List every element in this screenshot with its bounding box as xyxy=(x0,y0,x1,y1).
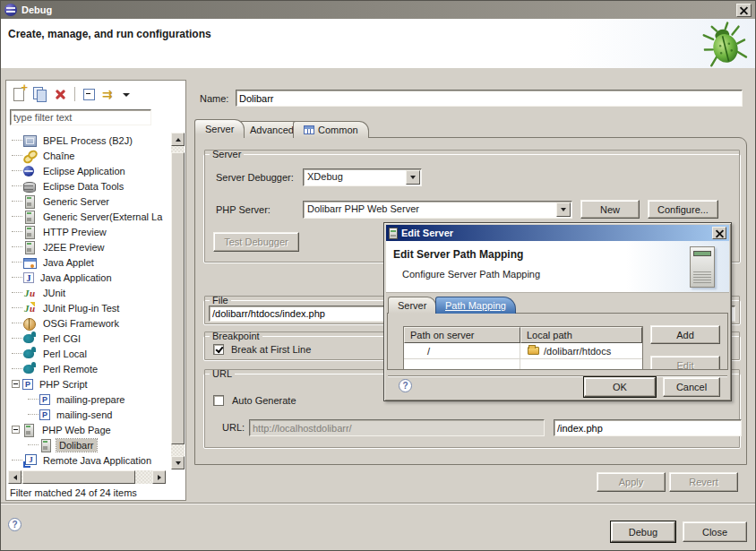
tree-item-label: Perl CGI xyxy=(40,332,83,345)
tree-line xyxy=(12,307,22,308)
help-button[interactable]: ? xyxy=(8,518,21,531)
apply-button: Apply xyxy=(597,472,666,492)
window-titlebar: Debug xyxy=(1,1,755,19)
scroll-right-button[interactable] xyxy=(152,470,166,484)
close-icon xyxy=(740,6,748,14)
tree-item-label: Java Application xyxy=(38,271,115,284)
scroll-down-button[interactable] xyxy=(171,456,185,469)
toolbar-separator xyxy=(74,87,75,101)
filter-launch-icon[interactable] xyxy=(100,85,119,103)
local-path-text: /dolibarr/htdocs xyxy=(544,346,611,357)
column-header-path-on-server[interactable]: Path on server xyxy=(404,327,520,343)
name-input[interactable] xyxy=(236,90,743,107)
tree-item-label: Chaîne xyxy=(40,150,77,162)
tree-item-perl-local[interactable]: Perl Local xyxy=(8,346,171,361)
tree-item-bpel-process-b2j[interactable]: BPEL Process (B2J) xyxy=(8,133,171,148)
scroll-left-button[interactable] xyxy=(8,470,21,484)
tree-item-cha-ne[interactable]: Chaîne xyxy=(8,148,171,163)
dialog-tab-server[interactable]: Server xyxy=(388,297,436,314)
menu-caret-icon[interactable] xyxy=(121,85,131,103)
dialog-tab-path-mapping-label: Path Mapping xyxy=(445,300,506,311)
tree-item-java-applet[interactable]: Java Applet xyxy=(8,254,171,270)
tree-line xyxy=(12,155,22,156)
new-config-icon[interactable] xyxy=(10,85,29,103)
tab-server-label: Server xyxy=(205,124,234,134)
close-button[interactable]: Close xyxy=(683,521,747,542)
window-close-button[interactable] xyxy=(736,4,752,17)
tree-item-osgi-framework[interactable]: OSGi Framework xyxy=(8,315,171,331)
cell-path-on-server: / xyxy=(404,343,520,358)
tree-item-php-script[interactable]: PHP Script xyxy=(8,376,171,392)
tree-item-label: Remote Java Application xyxy=(40,454,154,467)
tree-item-php-web-page[interactable]: PHP Web Page xyxy=(8,422,171,437)
config-tree: BPEL Process (B2J)ChaîneEclipse Applicat… xyxy=(8,133,171,469)
dialog-help-button[interactable]: ? xyxy=(399,379,412,392)
tree-horizontal-scrollbar[interactable] xyxy=(8,470,166,484)
table-icon xyxy=(304,125,314,134)
horizontal-scroll-thumb[interactable] xyxy=(22,470,135,484)
expander-minus-icon[interactable] xyxy=(12,426,20,434)
tree-item-http-preview[interactable]: HTTP Preview xyxy=(8,224,171,239)
server-icon xyxy=(23,195,37,208)
edit-server-heading: Edit Server Path Mapping xyxy=(393,248,523,261)
arrow-right-icon xyxy=(158,475,161,480)
column-header-local-path[interactable]: Local path xyxy=(520,327,642,343)
arrow-down-icon xyxy=(176,461,181,465)
tree-item-dolibarr[interactable]: Dolibarr xyxy=(8,437,171,452)
dialog-tab-path-mapping[interactable]: Path Mapping xyxy=(435,297,516,314)
tree-line xyxy=(12,460,22,461)
tree-line xyxy=(12,338,22,339)
tab-common[interactable]: Common xyxy=(293,121,369,138)
duplicate-config-icon[interactable] xyxy=(30,85,49,103)
tree-line xyxy=(12,185,22,186)
table-row[interactable]: //dolibarr/htdocs xyxy=(404,343,642,359)
tree-item-mailing-prepare[interactable]: mailing-prepare xyxy=(8,392,171,407)
tree-item-remote-java-application[interactable]: Remote Java Application xyxy=(8,452,171,468)
tree-item-perl-remote[interactable]: Perl Remote xyxy=(8,361,171,376)
footer-separator xyxy=(1,503,755,504)
remote-java-icon xyxy=(23,454,37,467)
cancel-button[interactable]: Cancel xyxy=(663,377,720,397)
tree-item-generic-server[interactable]: Generic Server xyxy=(8,194,171,209)
dialog-banner: Create, manage, and run configurations xyxy=(1,19,755,68)
tree-item-generic-server-external-la[interactable]: Generic Server(External La xyxy=(8,209,171,224)
folder-icon xyxy=(528,347,539,355)
tree-item-perl-cgi[interactable]: Perl CGI xyxy=(8,331,171,346)
tree-vertical-scrollbar[interactable] xyxy=(171,133,185,469)
add-mapping-button[interactable]: Add xyxy=(650,325,720,344)
edit-server-subheading: Configure Server Path Mapping xyxy=(402,269,540,280)
delete-config-icon[interactable] xyxy=(51,85,70,103)
debug-button[interactable]: Debug xyxy=(611,521,675,542)
tree-item-label: Perl Remote xyxy=(40,363,100,375)
configurations-toolbar xyxy=(10,83,131,105)
tree-item-junit-plug-in-test[interactable]: JUnit Plug-in Test xyxy=(8,300,171,315)
tree-line xyxy=(28,444,39,445)
tree-item-label: Perl Local xyxy=(40,348,90,360)
collapse-all-icon[interactable] xyxy=(80,85,99,103)
tab-server[interactable]: Server xyxy=(194,119,245,138)
tree-item-junit[interactable]: JUnit xyxy=(8,285,171,300)
cell-empty xyxy=(520,359,642,370)
vertical-scroll-thumb[interactable] xyxy=(171,152,185,444)
tree-item-eclipse-data-tools[interactable]: Eclipse Data Tools xyxy=(8,178,171,194)
edit-server-close-button[interactable] xyxy=(712,227,726,239)
ok-button[interactable]: OK xyxy=(584,377,656,397)
tree-item-eclipse-application[interactable]: Eclipse Application xyxy=(8,163,171,178)
path-mapping-table[interactable]: Path on server Local path //dolibarr/htd… xyxy=(403,326,643,370)
tree-item-j2ee-preview[interactable]: J2EE Preview xyxy=(8,239,171,254)
perl-icon xyxy=(23,363,37,375)
junit-icon xyxy=(23,287,37,299)
filter-status: Filter matched 24 of 24 items xyxy=(10,487,137,498)
tree-item-java-application[interactable]: Java Application xyxy=(8,270,171,285)
java-icon xyxy=(23,272,34,283)
server-icon xyxy=(23,241,37,254)
tree-item-mailing-send[interactable]: mailing-send xyxy=(8,407,171,422)
bpel-process-icon xyxy=(23,134,37,147)
expander-minus-icon[interactable] xyxy=(12,380,20,388)
tree-line xyxy=(12,140,22,141)
table-row-empty xyxy=(404,359,642,370)
filter-input[interactable] xyxy=(10,109,151,125)
name-label: Name: xyxy=(200,93,228,104)
scroll-up-button[interactable] xyxy=(171,133,185,146)
tab-common-label: Common xyxy=(318,125,358,135)
